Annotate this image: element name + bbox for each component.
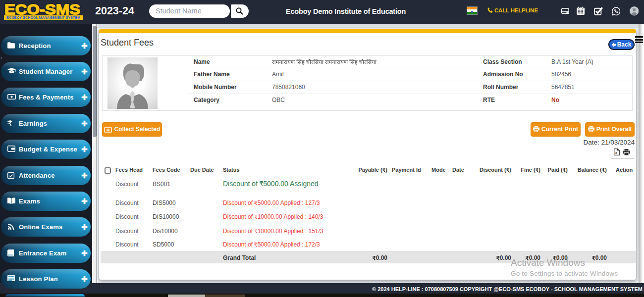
svg-text:ECO-SMS: ECO-SMS [4,1,80,16]
svg-text:1: 1 [107,128,108,131]
svg-text:x: x [615,151,617,154]
